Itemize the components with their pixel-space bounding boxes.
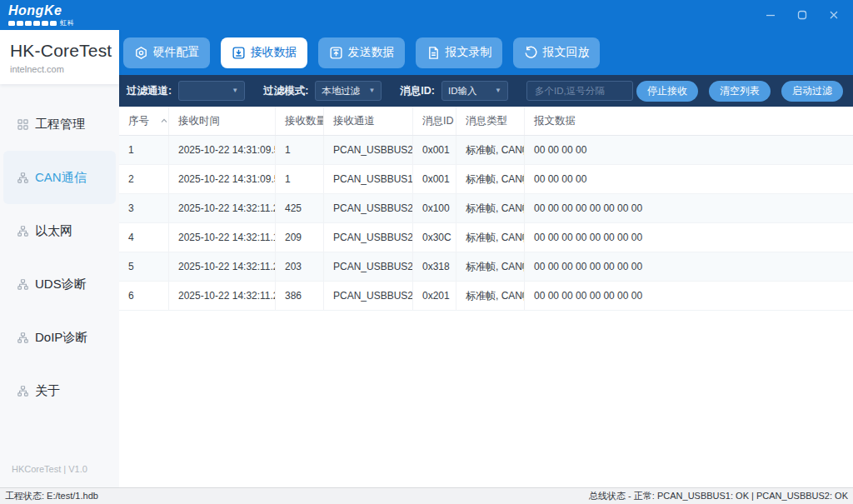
column-header-payload[interactable]: 报文数据 [525,107,853,135]
toolbar-button-label: 报文录制 [446,45,492,60]
sitemap-icon [17,332,28,343]
status-bar: 工程状态: E:/test/1.hdb 总线状态 - 正常: PCAN_USBB… [0,487,853,504]
filter-action-button-clear-list[interactable]: 清空列表 [709,81,771,102]
sidebar-item-doip-diagnosis[interactable]: DoIP诊断 [3,311,116,364]
cell-receive-time: 2025-10-22 14:32:11.274 [169,194,276,222]
sidebar-item-can-communication[interactable]: CAN通信 [3,151,116,204]
cell-receive-count: 1 [276,165,324,193]
cell-message-type: 标准帧, CAN帧 [456,252,525,281]
table-row[interactable]: 1 2025-10-22 14:31:09.504 1 PCAN_USBBUS2… [119,136,853,165]
column-header-receive-time[interactable]: 接收时间 [169,107,276,135]
sitemap-icon [17,172,28,183]
filter-actions: 停止接收 清空列表 启动过滤 [636,81,843,102]
cell-receive-count: 209 [276,223,324,252]
filter-action-button-stop-receive[interactable]: 停止接收 [636,81,698,102]
column-header-receive-channel[interactable]: 接收通道 [324,107,413,135]
app-title: HK-CoreTest [10,41,112,61]
hexagon-gear-icon [134,46,148,60]
cell-receive-time: 2025-10-22 14:32:11.265 [169,252,276,281]
app-subtitle: intelnect.com [10,64,112,74]
column-header-index[interactable]: 序号 [119,107,169,135]
cell-index: 6 [119,282,169,310]
table-row[interactable]: 5 2025-10-22 14:32:11.265 203 PCAN_USBBU… [119,252,853,282]
title-bar: HongKe 虹科 [0,0,853,30]
toolbar-button-receive-data[interactable]: 接收数据 [221,37,307,68]
cell-index: 2 [119,165,169,193]
sitemap-icon [17,226,28,237]
table-row[interactable]: 6 2025-10-22 14:32:11.257 386 PCAN_USBBU… [119,282,853,311]
cell-message-type: 标准帧, CAN帧 [456,136,525,164]
chevron-down-icon: ▼ [368,87,375,94]
sidebar-item-label: DoIP诊断 [35,330,87,346]
cell-message-type: 标准帧, CAN帧 [456,165,525,193]
cell-payload: 00 00 00 00 [525,165,853,193]
cell-receive-time: 2025-10-22 14:32:11.193 [169,223,276,252]
cell-receive-time: 2025-10-22 14:31:09.504 [169,136,276,164]
cell-receive-channel: PCAN_USBBUS2 [324,136,413,164]
toolbar-button-hardware-config[interactable]: 硬件配置 [123,37,210,68]
sidebar-item-uds-diagnosis[interactable]: UDS诊断 [3,257,116,311]
table-row[interactable]: 3 2025-10-22 14:32:11.274 425 PCAN_USBBU… [119,194,853,223]
document-icon [426,46,441,60]
sidebar-nav: 工程管理 CAN通信 [0,84,119,464]
filter-mode-label: 过滤模式: [263,84,308,98]
sidebar-item-label: UDS诊断 [35,277,87,292]
table-row[interactable]: 4 2025-10-22 14:32:11.193 209 PCAN_USBBU… [119,223,853,252]
filter-action-button-start-filter[interactable]: 启动过滤 [781,81,843,102]
cell-receive-count: 1 [276,136,324,164]
cell-receive-count: 203 [276,252,324,281]
logo-dots: 虹科 [8,20,75,27]
toolbar-button-label: 接收数据 [251,45,297,60]
table-header: 序号 接收时间 接收数量 接收通道 消息ID 消息类型 报文数据 [119,107,853,136]
maximize-icon[interactable] [796,9,808,21]
logo-text: HongKe [8,4,75,17]
column-header-message-id[interactable]: 消息ID [413,107,456,135]
cell-payload: 00 00 00 00 00 00 00 00 [525,194,853,222]
cell-receive-count: 425 [276,194,324,222]
toolbar-button-message-record[interactable]: 报文录制 [416,37,502,68]
filter-mode-value: 本地过滤 [322,85,360,97]
toolbar-button-send-data[interactable]: 发送数据 [318,37,405,68]
cell-message-id: 0x30C [413,223,456,252]
close-icon[interactable] [828,9,840,21]
filter-channel-select[interactable]: ▼ [178,81,245,101]
version-label: HKCoreTest | V1.0 [0,464,119,487]
message-id-input[interactable] [526,81,633,101]
cell-payload: 00 00 00 00 00 00 00 00 [525,223,853,252]
filter-channel-label: 过滤通道: [127,84,172,98]
cell-index: 5 [119,252,169,281]
sidebar-item-about[interactable]: 关于 [3,364,116,417]
message-id-select[interactable]: ID输入 ▼ [441,81,508,101]
minimize-icon[interactable] [765,9,776,21]
cell-receive-channel: PCAN_USBBUS2 [324,282,413,310]
sidebar-item-ethernet[interactable]: 以太网 [3,204,116,257]
download-icon [232,46,246,60]
column-header-message-type[interactable]: 消息类型 [456,107,525,135]
grid-icon [17,119,28,130]
receive-data-table: 序号 接收时间 接收数量 接收通道 消息ID 消息类型 报文数据 [119,107,853,487]
cell-message-id: 0x001 [413,136,456,164]
cell-index: 4 [119,223,169,252]
filter-bar: 过滤通道: ▼ 过滤模式: 本地过滤 ▼ 消息ID: ID输入 ▼ [119,75,853,107]
sidebar: HK-CoreTest intelnect.com 工程管理 [0,30,119,487]
cell-receive-count: 386 [276,282,324,310]
cell-receive-channel: PCAN_USBBUS1 [324,165,413,193]
logo-cn-text: 虹科 [60,20,75,27]
toolbar-button-message-replay[interactable]: 报文回放 [513,37,600,68]
cell-payload: 00 00 00 00 00 00 00 00 [525,252,853,281]
column-header-receive-count[interactable]: 接收数量 [276,107,324,135]
cell-message-id: 0x100 [413,194,456,222]
filter-action-label: 启动过滤 [792,84,832,98]
table-row[interactable]: 2 2025-10-22 14:31:09.526 1 PCAN_USBBUS1… [119,165,853,194]
project-status: 工程状态: E:/test/1.hdb [5,490,98,502]
cell-receive-channel: PCAN_USBBUS2 [324,194,413,222]
sidebar-item-project-management[interactable]: 工程管理 [3,97,116,151]
cell-message-id: 0x318 [413,252,456,281]
cell-receive-channel: PCAN_USBBUS2 [324,252,413,281]
bus-status: 总线状态 - 正常: PCAN_USBBUS1: OK | PCAN_USBBU… [589,490,848,502]
filter-mode-select[interactable]: 本地过滤 ▼ [315,81,382,101]
cell-message-id: 0x001 [413,165,456,193]
main-area: 硬件配置 接收数据 [119,30,853,487]
sitemap-icon [17,386,28,397]
message-id-label: 消息ID: [400,84,435,98]
